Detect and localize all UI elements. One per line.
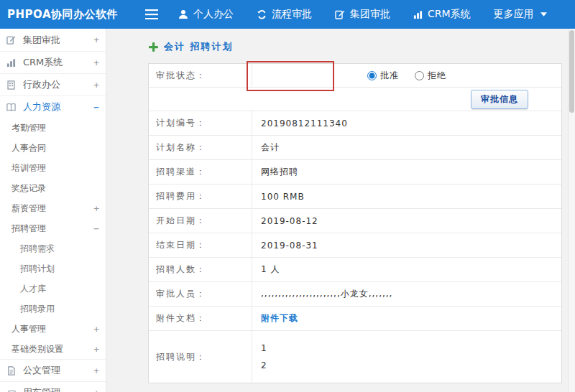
sidebar-item-7[interactable]: 奖惩记录 bbox=[0, 178, 106, 198]
field-row: 结束日期：2019-08-31 bbox=[149, 233, 561, 258]
top-nav-label: CRM系统 bbox=[428, 8, 471, 21]
top-nav-item-crm-system[interactable]: CRM系统 bbox=[402, 0, 482, 29]
sidebar-item-17[interactable]: 用车管理+ bbox=[0, 381, 106, 392]
document-icon bbox=[6, 366, 19, 375]
sidebar-item-16[interactable]: 公文管理+ bbox=[0, 359, 106, 381]
expand-icon[interactable]: + bbox=[93, 344, 99, 355]
sidebar-item-label: 人事管理 bbox=[12, 323, 46, 335]
main-layout: 集团审批+CRM系统+行政办公+人力资源−考勤管理人事合同培训管理奖惩记录薪资管… bbox=[0, 29, 575, 392]
field-label: 计划编号： bbox=[149, 111, 252, 135]
field-row: 招聘费用：100 RMB bbox=[149, 185, 561, 209]
sidebar-item-label: 薪资管理 bbox=[12, 202, 46, 215]
status-option-label: 批准 bbox=[380, 70, 399, 82]
sidebar-item-10[interactable]: 招聘需求 bbox=[0, 238, 106, 258]
field-value: 会计 bbox=[252, 136, 561, 159]
sidebar-item-label: 人事合同 bbox=[12, 142, 46, 154]
sidebar-item-8[interactable]: 薪资管理+ bbox=[0, 198, 106, 218]
app-logo: PHPOA协同办公软件 bbox=[0, 8, 137, 22]
sidebar-item-0[interactable]: 集团审批+ bbox=[0, 29, 106, 51]
page-title-text: 会计 招聘计划 bbox=[164, 40, 234, 53]
field-row: 附件文档：附件下载 bbox=[149, 307, 561, 331]
sidebar-item-3[interactable]: 人力资源− bbox=[0, 95, 106, 118]
sidebar-item-11[interactable]: 招聘计划 bbox=[0, 258, 106, 279]
sidebar-item-label: 奖惩记录 bbox=[12, 182, 46, 195]
description-line: 2 bbox=[261, 357, 553, 374]
expand-icon[interactable]: + bbox=[93, 388, 99, 392]
field-row: 招聘说明：12 bbox=[149, 331, 561, 383]
field-label: 招聘费用： bbox=[149, 185, 252, 208]
car-icon bbox=[6, 388, 19, 392]
sidebar-item-1[interactable]: CRM系统+ bbox=[0, 51, 106, 73]
field-value: 100 RMB bbox=[252, 185, 561, 208]
expand-icon[interactable]: + bbox=[93, 324, 99, 335]
sidebar-item-14[interactable]: 人事管理+ bbox=[0, 319, 106, 339]
edit-icon bbox=[6, 35, 19, 45]
sidebar-item-label: 人才库 bbox=[20, 283, 46, 295]
field-row: 开始日期：2019-08-12 bbox=[149, 209, 561, 233]
sidebar-item-label: 人力资源 bbox=[23, 101, 60, 113]
field-value: 20190812111340 bbox=[252, 111, 561, 135]
expand-icon[interactable]: + bbox=[93, 34, 99, 45]
field-value: 12 bbox=[252, 331, 561, 383]
process-icon bbox=[257, 9, 267, 19]
sidebar-item-5[interactable]: 人事合同 bbox=[0, 138, 106, 158]
sidebar-item-label: CRM系统 bbox=[23, 56, 63, 69]
sidebar-item-9[interactable]: 招聘管理− bbox=[0, 218, 106, 238]
expand-icon[interactable]: + bbox=[93, 203, 99, 214]
expand-icon[interactable]: + bbox=[93, 57, 99, 68]
status-radio-approve[interactable] bbox=[367, 71, 377, 80]
field-row: 计划名称：会计 bbox=[149, 136, 561, 160]
sidebar-item-label: 招聘录用 bbox=[20, 303, 55, 315]
vertical-scrollbar[interactable] bbox=[568, 29, 575, 392]
status-row: 审批状态： 批准拒绝 bbox=[149, 64, 561, 88]
status-radio-group: 批准拒绝 bbox=[252, 64, 561, 87]
person-icon bbox=[178, 9, 188, 19]
top-nav-item-more-apps[interactable]: 更多应用 bbox=[482, 0, 558, 29]
top-bar: PHPOA协同办公软件 个人办公流程审批集团审批CRM系统更多应用 bbox=[0, 0, 575, 29]
sidebar-item-2[interactable]: 行政办公+ bbox=[0, 73, 106, 95]
sidebar-item-label: 行政办公 bbox=[23, 78, 60, 91]
sidebar-item-label: 招聘管理 bbox=[12, 223, 46, 235]
top-nav-item-process-approval[interactable]: 流程审批 bbox=[245, 0, 323, 29]
field-value: ,,,,,,,,,,,,,,,,,,,,,,,小龙女,,,,,,, bbox=[252, 282, 561, 306]
sidebar-item-4[interactable]: 考勤管理 bbox=[0, 118, 106, 138]
sidebar-item-15[interactable]: 基础类别设置+ bbox=[0, 339, 106, 359]
field-label: 附件文档： bbox=[149, 307, 252, 330]
top-nav-item-personal-office[interactable]: 个人办公 bbox=[167, 0, 245, 29]
expand-icon[interactable]: + bbox=[93, 365, 99, 376]
sidebar-item-label: 集团审批 bbox=[23, 34, 60, 47]
add-plus-icon bbox=[148, 42, 159, 52]
sidebar-item-6[interactable]: 培训管理 bbox=[0, 158, 106, 178]
field-value: 附件下载 bbox=[252, 307, 561, 330]
top-nav-label: 个人办公 bbox=[193, 8, 234, 21]
top-nav-item-group-approval[interactable]: 集团审批 bbox=[323, 0, 402, 29]
field-label: 招聘人数： bbox=[149, 258, 252, 281]
sidebar-item-label: 招聘计划 bbox=[20, 263, 55, 275]
sidebar-item-label: 考勤管理 bbox=[12, 122, 46, 134]
status-option-reject[interactable]: 拒绝 bbox=[415, 70, 446, 82]
sidebar-item-12[interactable]: 人才库 bbox=[0, 279, 106, 299]
status-option-approve[interactable]: 批准 bbox=[367, 70, 399, 82]
collapse-icon[interactable]: − bbox=[93, 102, 99, 113]
expand-icon[interactable]: + bbox=[93, 80, 99, 90]
field-row: 招聘渠道：网络招聘 bbox=[149, 160, 561, 185]
sidebar-menu: 集团审批+CRM系统+行政办公+人力资源−考勤管理人事合同培训管理奖惩记录薪资管… bbox=[0, 29, 106, 392]
chart-icon bbox=[413, 10, 423, 19]
approval-info-button[interactable]: 审批信息 bbox=[471, 90, 528, 109]
scrollbar-thumb[interactable] bbox=[569, 30, 574, 113]
field-label: 招聘渠道： bbox=[149, 160, 252, 184]
description-line: 1 bbox=[261, 340, 553, 357]
field-value: 2019-08-31 bbox=[252, 233, 561, 257]
sidebar-item-13[interactable]: 招聘录用 bbox=[0, 299, 106, 319]
status-label: 审批状态： bbox=[149, 64, 252, 87]
fields-table-body: 计划编号：20190812111340计划名称：会计招聘渠道：网络招聘招聘费用：… bbox=[149, 111, 561, 383]
attachment-download-link[interactable]: 附件下载 bbox=[261, 312, 553, 325]
sidebar-item-label: 招聘需求 bbox=[20, 243, 55, 255]
status-option-label: 拒绝 bbox=[428, 70, 446, 82]
field-row: 审批人员：,,,,,,,,,,,,,,,,,,,,,,,小龙女,,,,,,, bbox=[149, 282, 561, 307]
collapse-icon[interactable]: − bbox=[93, 223, 99, 234]
menu-toggle-button[interactable] bbox=[137, 0, 167, 29]
hamburger-menu-icon bbox=[145, 9, 158, 19]
status-radio-reject[interactable] bbox=[415, 71, 424, 80]
field-label: 结束日期： bbox=[149, 233, 252, 257]
